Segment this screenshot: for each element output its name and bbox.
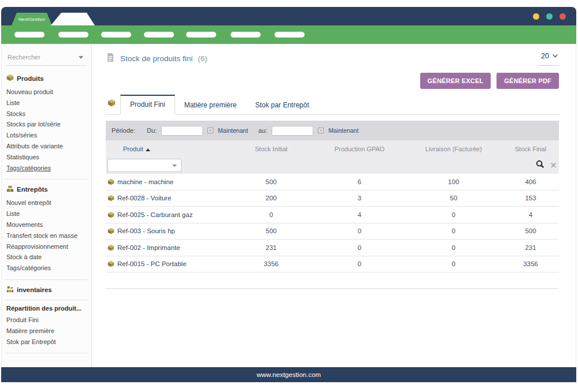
sidebar-item-tags-categories-entrepots[interactable]: Tags/catégories	[6, 263, 87, 274]
nav-pill-6[interactable]	[231, 32, 261, 38]
nav-pill-3[interactable]	[101, 32, 131, 38]
clear-filter-icon[interactable]: ✕	[550, 161, 557, 170]
brand-logo[interactable]: NextGestion	[12, 13, 52, 25]
stock-final-value: 4	[502, 211, 559, 218]
sidebar-item-matiere-premiere[interactable]: Matière première	[6, 326, 87, 337]
livraison-value: 50	[405, 195, 502, 201]
sidebar-item-stock-a-date[interactable]: Stock à date	[6, 252, 87, 263]
sidebar-item-produit-fini[interactable]: Produit Fini	[6, 315, 87, 326]
sidebar-section-produits: Produits	[6, 74, 87, 83]
product-link[interactable]: Ref-003 - Souris hp	[106, 227, 228, 234]
column-header-stock-initial[interactable]: Stock Initial	[228, 145, 314, 152]
sidebar-item-reapprovisionnement[interactable]: Réapprovisionnement	[6, 241, 87, 252]
production-gpao-value: 0	[314, 227, 405, 234]
maintenant-to-link[interactable]: Maintenant	[328, 127, 358, 134]
maintenant-from-link[interactable]: Maintenant	[218, 127, 248, 134]
nav-pill-7[interactable]	[275, 32, 305, 38]
sidebar-section-title: Produits	[17, 75, 44, 82]
au-label: au:	[258, 127, 267, 134]
product-link[interactable]: machine - machine	[106, 178, 228, 185]
product-link[interactable]: Ref-0025 - Carburant gaz	[106, 211, 228, 218]
sidebar-subsection-repartition: Répartition des produit...	[6, 305, 87, 312]
secondary-tab-shape	[51, 13, 95, 25]
table-header-row: Produit Stock Initial Production GPAO Li…	[106, 140, 559, 157]
stock-initial-value: 231	[228, 244, 314, 251]
tab-matiere-premiere[interactable]: Matière première	[175, 96, 246, 114]
sidebar-item-stocks[interactable]: Stocks	[6, 109, 87, 120]
sidebar-divider	[5, 179, 88, 180]
stock-final-value: 231	[502, 244, 559, 251]
footer-link[interactable]: www.nextgestion.com	[257, 371, 321, 378]
livraison-value: 0	[405, 244, 502, 251]
column-header-production-gpao[interactable]: Production GPAO	[314, 145, 405, 152]
sidebar-item-tags-categories-produits[interactable]: Tags/catégories	[6, 163, 87, 174]
window-dot-yellow[interactable]	[533, 13, 539, 20]
generate-excel-button[interactable]: GÉNÉRER EXCEL	[420, 73, 491, 89]
sidebar-item-statistiques[interactable]: Statistiques	[6, 152, 87, 163]
column-header-livraison[interactable]: Livraison (Facturée)	[405, 145, 502, 152]
search-icon[interactable]	[536, 160, 544, 171]
table-end-divider	[106, 288, 559, 289]
nav-pill-4[interactable]	[144, 32, 174, 38]
page-size-select[interactable]: 20	[538, 52, 559, 66]
table-row: Ref-002 - Imprimante 231 0 0 231	[106, 240, 559, 256]
sidebar-search-select[interactable]: Rechercher	[6, 52, 87, 66]
sidebar-section-entrepots: Entrepôts	[6, 185, 87, 193]
product-link[interactable]: Ref-0028 - Voiture	[106, 195, 228, 201]
window-dot-teal[interactable]	[546, 13, 553, 20]
generate-pdf-button[interactable]: GÉNÉRER PDF	[497, 73, 559, 89]
sidebar-item-liste-produits[interactable]: Liste	[6, 98, 87, 109]
product-link[interactable]: Ref-002 - Imprimante	[106, 244, 228, 251]
chevron-down-icon	[172, 165, 177, 167]
stock-initial-value: 3356	[228, 260, 314, 267]
production-gpao-value: 3	[314, 195, 405, 201]
record-count: (6)	[198, 54, 208, 63]
calendar-icon[interactable]	[318, 128, 324, 133]
page-title: Stock de produits fini	[120, 54, 192, 63]
table-filter-row: ✕	[106, 157, 559, 174]
chevron-down-icon	[79, 56, 83, 59]
sidebar-item-lots-series[interactable]: Lots/séries	[6, 130, 87, 141]
production-gpao-value: 4	[314, 211, 405, 218]
production-gpao-value: 0	[314, 244, 405, 251]
sidebar-item-nouvel-entrepot[interactable]: Nouvel entrepôt	[6, 197, 87, 208]
window-dot-red[interactable]	[560, 13, 566, 20]
stock-final-value: 3356	[502, 260, 559, 267]
nav-pill-2[interactable]	[58, 32, 88, 38]
stock-final-value: 500	[502, 227, 559, 234]
calendar-icon[interactable]	[208, 128, 213, 133]
sidebar-item-liste-entrepots[interactable]: Liste	[6, 208, 87, 219]
product-link[interactable]: Ref-0015 - PC Portable	[106, 260, 228, 267]
tab-bar: Produit Fini Matière première Stok par E…	[106, 95, 559, 115]
sidebar-item-transfert-stock[interactable]: Transfert stock en masse	[6, 230, 87, 241]
sidebar-search-placeholder: Rechercher	[8, 54, 40, 61]
table-row: Ref-003 - Souris hp 500 0 0 500	[106, 223, 559, 240]
column-header-stock-final[interactable]: Stock Final	[502, 145, 559, 152]
nav-pill-1[interactable]	[14, 32, 45, 38]
title-bar: NextGestion	[1, 7, 576, 25]
produit-filter-select[interactable]	[108, 159, 181, 172]
sidebar-item-attributs-variante[interactable]: Attributs de variante	[6, 141, 87, 152]
sidebar-divider	[5, 279, 88, 280]
tab-produit-fini[interactable]: Produit Fini	[120, 95, 175, 115]
sidebar-item-nouveau-produit[interactable]: Nouveau produit	[6, 87, 87, 98]
footer-bar: www.nextgestion.com	[1, 367, 576, 382]
chevron-down-icon	[553, 54, 558, 58]
livraison-value: 0	[405, 227, 502, 234]
table-row: machine - machine 500 6 100 406	[106, 174, 559, 191]
sidebar-item-mouvements[interactable]: Mouvements	[6, 219, 87, 230]
date-from-input[interactable]	[161, 126, 203, 136]
periode-label: Période:	[112, 127, 135, 134]
table-row: Ref-0025 - Carburant gaz 0 4 0 4	[106, 207, 559, 223]
table-row: Ref-0028 - Voiture 200 3 50 153	[106, 191, 559, 207]
tab-stok-par-entrepot[interactable]: Stok par Entrepôt	[246, 96, 318, 114]
sidebar-item-stok-par-entrepot[interactable]: Stok par Entrepôt	[6, 337, 87, 348]
sidebar-item-stocks-lot-serie[interactable]: Stocks par lot/série	[6, 119, 87, 130]
date-to-input[interactable]	[272, 126, 313, 136]
nav-pill-5[interactable]	[186, 32, 216, 38]
column-header-produit[interactable]: Produit	[106, 145, 228, 152]
warehouse-icon	[6, 185, 14, 193]
inventory-icon	[6, 286, 14, 294]
production-gpao-value: 6	[314, 178, 405, 185]
du-label: Du:	[147, 127, 157, 134]
